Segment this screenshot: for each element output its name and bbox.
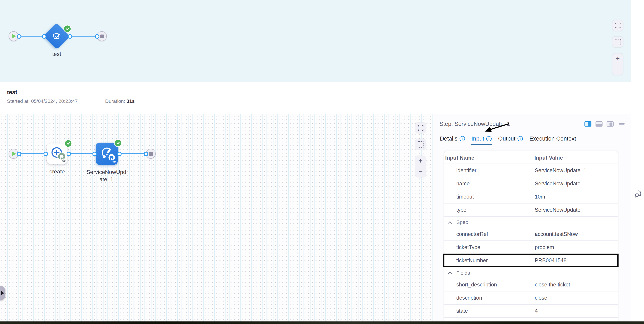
annotation-arrow [483,121,516,136]
fullscreen-button[interactable] [415,123,426,133]
table-row: ticketTypeproblem [444,241,618,254]
tab-details[interactable]: Detailsi [440,132,465,145]
code-icon: </> [112,160,116,164]
tab-label: Details [440,135,458,142]
input-value: PRB0041548 [535,257,566,264]
info-icon[interactable]: i [518,136,523,141]
table-row: nameServiceNowUpdate_1 [444,177,618,190]
run-header: test Started at: 05/04/2024, 20:23:47 Du… [0,82,631,114]
input-value: ServiceNowUpdate_1 [535,167,586,174]
started-label: Started at: [7,98,30,104]
zoom-out-button[interactable]: − [415,166,426,177]
section-header-spec[interactable]: Spec [444,217,618,228]
play-icon [12,34,16,38]
step-label: create [41,169,74,175]
input-value: ServiceNowUpdate_1 [535,181,586,187]
check-icon [116,141,120,145]
link-edge [70,36,97,37]
input-name: timeout [456,194,474,200]
input-table: Input Name Input Value identifierService… [444,151,618,324]
app: test + − test Started at: 05/04/2024, 20… [0,0,644,324]
tab-execution-context[interactable]: Execution Context [529,132,576,145]
port[interactable] [92,151,97,156]
panel-tabs: DetailsiInputiOutputiExecution Context [434,132,631,145]
duration-value: 31s [126,98,135,104]
port[interactable] [94,34,99,39]
input-name: state [456,308,468,314]
input-name: description [456,295,482,301]
link-edge [19,36,44,37]
chevron-up-icon [448,220,452,224]
fullscreen-icon [615,23,620,28]
desktop-edge [0,321,644,324]
link-edge [19,153,46,154]
marquee-select-icon [614,39,621,45]
input-table-body: identifierServiceNowUpdate_1nameServiceN… [444,164,618,324]
section-label: Fields [456,270,470,275]
code-icon: </> [62,159,66,163]
started-value: 05/04/2024, 20:23:47 [31,98,78,104]
marquee-select-button[interactable] [612,37,623,47]
expand-right-icon [1,291,4,295]
input-value: account.testSNow [535,231,578,237]
port[interactable] [144,151,148,156]
port[interactable] [42,34,46,39]
stage-check-icon [52,31,62,41]
zoom-in-button[interactable]: + [612,54,623,64]
minimize-icon[interactable] [619,123,625,125]
table-row: short_descriptionclose the ticket [444,278,618,291]
input-value: problem [535,244,554,250]
tab-label: Output [498,135,516,142]
input-name: short_description [456,282,497,288]
layout-bottom-icon[interactable] [596,121,602,127]
input-name-header: Input Name [445,154,474,161]
input-value: 10m [535,194,545,200]
zoom-in-button[interactable]: + [415,156,426,166]
success-badge [65,140,72,147]
layout-float-icon[interactable] [607,121,614,127]
marquee-select-button[interactable] [415,139,426,150]
section-header-fields[interactable]: Fields [444,267,618,278]
input-name: connectorRef [456,231,488,237]
chat-bubbles-icon[interactable] [634,190,642,198]
duration: Duration: 31s [105,98,135,104]
info-icon[interactable]: i [460,136,465,141]
check-icon [66,142,70,145]
input-value: 4 [535,308,538,314]
step-node-create[interactable]: </> [47,143,68,164]
step-node-servicenowupdate[interactable]: </> [96,143,118,165]
stop-icon [100,34,104,38]
page-margin [631,0,644,324]
input-name: ticketNumber [456,257,488,264]
table-row: timeout10m [444,190,618,204]
input-value: close [535,295,547,301]
input-value-header: Input Value [534,154,563,161]
input-name: name [456,181,470,187]
input-name: identifier [456,167,476,174]
input-name: ticketType [456,244,480,250]
info-icon[interactable]: i [486,136,492,141]
success-badge [115,140,121,146]
table-row: typeServiceNowUpdate [444,204,618,217]
zoom-controls: + − [415,156,426,177]
layout-right-icon[interactable] [584,121,592,127]
panel-layout-controls [584,121,625,127]
step-label: ServiceNowUpdate_1 [86,169,127,183]
step-details-panel: Step: ServiceNowUpdate_1 DetailsiInputiO… [434,114,631,324]
port[interactable] [44,151,48,156]
stage-label: test [40,51,73,57]
drawer-expand-handle[interactable] [0,286,5,301]
table-header-row: Input Name Input Value [444,151,618,164]
zoom-out-button[interactable]: − [612,64,623,75]
pipeline-graph-canvas[interactable]: test + − [0,0,631,82]
section-label: Spec [456,219,468,225]
table-row: state4 [444,305,618,318]
fullscreen-button[interactable] [612,20,623,31]
table-row: ticketNumberPRB0041548 [444,254,618,267]
execution-graph-canvas[interactable]: </> </> [0,114,434,324]
chevron-up-icon [448,271,452,274]
started-at: Started at: 05/04/2024, 20:23:47 [7,98,78,104]
marquee-select-icon [418,141,424,147]
input-name: type [456,207,466,213]
input-value: ServiceNowUpdate [535,207,580,213]
